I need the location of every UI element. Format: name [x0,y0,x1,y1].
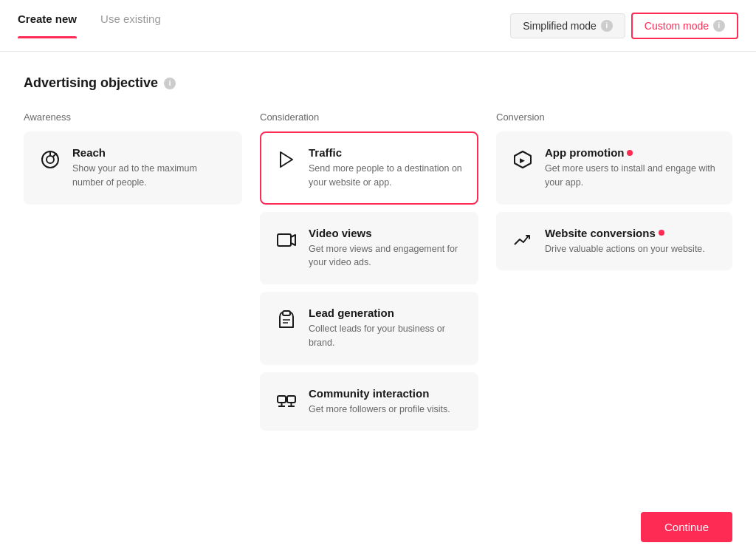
app-promo-dot [627,150,633,156]
advertising-objective-title: Advertising objective [24,75,158,91]
lead-gen-card-content: Lead generation Collect leads for your b… [309,307,464,350]
app-icon: ▶ [511,148,535,171]
traffic-title: Traffic [309,146,464,159]
video-views-desc: Get more views and engagement for your v… [309,242,464,270]
conversion-column: Conversion ▶ App promotion Get more user… [496,112,732,438]
svg-rect-4 [278,234,291,246]
main-content: Advertising objective i Awareness [0,52,756,554]
simplified-mode-button[interactable]: Simplified mode i [510,13,625,38]
app-promo-card-content: App promotion Get more users to install … [545,146,718,190]
reach-card[interactable]: Reach Show your ad to the maximum number… [24,131,242,205]
community-icon [275,389,298,412]
traffic-card[interactable]: Traffic Send more people to a destinatio… [260,131,478,205]
community-desc: Get more followers or profile visits. [309,403,464,417]
section-info-icon: i [164,78,176,89]
svg-rect-9 [287,396,295,403]
community-title: Community interaction [309,387,464,400]
lead-gen-desc: Collect leads for your business or brand… [309,322,464,350]
traffic-icon [275,148,298,171]
website-conv-dot [659,230,664,236]
section-title: Advertising objective i [24,75,732,91]
community-interaction-card[interactable]: Community interaction Get more followers… [260,372,478,431]
custom-mode-button[interactable]: Custom mode i [631,13,738,39]
app-promotion-card[interactable]: ▶ App promotion Get more users to instal… [496,131,732,205]
reach-desc: Show your ad to the maximum number of pe… [72,162,227,190]
website-conv-desc: Drive valuable actions on your website. [545,242,718,256]
lead-gen-title: Lead generation [309,307,464,319]
simplified-mode-label: Simplified mode [523,20,597,32]
video-views-card[interactable]: Video views Get more views and engagemen… [260,212,478,285]
custom-mode-label: Custom mode [645,20,709,32]
consideration-column: Consideration Traffic Send more people t… [260,112,496,438]
website-conv-title: Website conversions [545,227,718,239]
header: Create new Use existing Simplified mode … [0,0,756,52]
svg-rect-5 [283,311,290,315]
conversion-header: Conversion [496,112,732,123]
traffic-desc: Send more people to a destination on you… [309,162,464,190]
header-tabs: Create new Use existing [18,13,185,38]
app-promo-desc: Get more users to install and engage wit… [545,162,718,190]
lead-generation-card[interactable]: Lead generation Collect leads for your b… [260,292,478,365]
awareness-column: Awareness Reach Show your ad to the maxi [24,112,260,438]
video-views-title: Video views [309,227,464,239]
lead-icon [275,308,298,332]
video-views-card-content: Video views Get more views and engagemen… [309,227,464,270]
continue-button[interactable]: Continue [641,512,732,542]
objectives-grid: Awareness Reach Show your ad to the maxi [24,112,732,438]
reach-title: Reach [72,146,227,159]
awareness-header: Awareness [24,112,242,123]
tab-use-existing[interactable]: Use existing [100,13,173,38]
svg-marker-3 [281,152,292,167]
conversion-icon [511,228,535,252]
custom-info-icon: i [713,20,725,32]
svg-text:▶: ▶ [520,157,525,164]
community-card-content: Community interaction Get more followers… [309,387,464,417]
website-conversions-card[interactable]: Website conversions Drive valuable actio… [496,212,732,271]
header-modes: Simplified mode i Custom mode i [510,13,738,39]
app-promo-title: App promotion [545,146,718,159]
reach-card-content: Reach Show your ad to the maximum number… [72,146,227,190]
simplified-info-icon: i [601,20,613,32]
website-conv-card-content: Website conversions Drive valuable actio… [545,227,718,256]
svg-rect-8 [278,396,286,403]
video-icon [275,228,298,252]
tab-create-new[interactable]: Create new [18,13,89,38]
consideration-header: Consideration [260,112,478,123]
footer: Continue [0,500,756,554]
traffic-card-content: Traffic Send more people to a destinatio… [309,146,464,190]
reach-icon [38,148,62,171]
